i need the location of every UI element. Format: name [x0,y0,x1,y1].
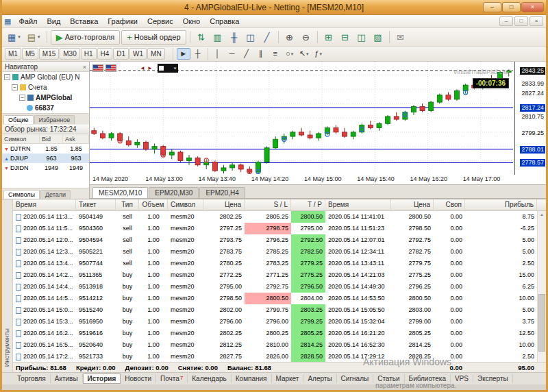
history-row[interactable]: 2020.05.14 16:2...9519616buy1.00mesm2028… [13,328,537,339]
zoom-in-button[interactable]: ⊕ [282,29,297,45]
history-row[interactable]: 2020.05.14 16:5...9520640buy1.00mesm2028… [13,339,537,351]
navigator-close-icon[interactable]: × [83,64,86,71]
channel-tool[interactable]: ∥ [254,48,268,60]
column-header[interactable]: Время [13,199,76,210]
menu-item[interactable]: Сервис [142,16,178,27]
market-watch-row[interactable]: ▼DJIDN19491949 [2,163,89,173]
fibonacci-tool[interactable]: ≡ [269,48,282,60]
timeframe-button-M1[interactable]: M1 [5,48,21,60]
shapes-tool[interactable]: ○▾ [283,48,297,60]
column-header[interactable]: Цена [391,199,434,210]
column-header[interactable]: Время [325,199,391,210]
chart-time-axis[interactable]: 14 May 202014 May 13:0014 May 13:4014 Ma… [90,175,546,185]
chart-tab[interactable]: EPM20,M30 [149,187,199,198]
indicators-button[interactable]: ƒ▾ [312,48,325,60]
market-watch-column-header[interactable]: Символ [2,134,40,143]
toolbox-tab[interactable]: Сигналы [337,374,374,383]
timeframe-button-M15[interactable]: M15 [39,48,59,60]
history-row[interactable]: 2020.05.14 15:0...9515240buy1.00mesm2028… [13,304,537,316]
trendline-tool[interactable]: ╱ [240,48,253,60]
profiles-button[interactable]: ▤▾ [25,29,43,45]
tile-windows-button[interactable]: ⊞ [321,29,336,45]
toolbox-tab[interactable]: Почта7 [156,374,188,383]
community-chat-button[interactable]: ✉ [393,29,408,45]
horizontal-line-tool[interactable]: ─ [225,48,239,60]
chart-tab[interactable]: EPM20,H4 [199,187,245,198]
history-row[interactable]: 2020.05.14 14:2...9511365buy1.00mesm2027… [13,269,537,281]
scroll-left-icon[interactable]: ◄ [140,65,145,71]
history-row[interactable]: 2020.05.14 14:5...9514212buy1.00mesm2027… [13,293,537,304]
mdi-close-button[interactable]: × [530,16,543,26]
timeframe-button-H4[interactable]: H4 [97,48,113,60]
toolbox-tab[interactable]: Компания [232,374,272,383]
new-chart-button[interactable]: ▦▾ [5,29,23,45]
scroll-up-icon[interactable]: ▲ [538,211,546,219]
column-header[interactable]: Своп [434,199,465,210]
vertical-line-tool[interactable]: │ [211,48,225,60]
menu-item[interactable]: Графики [103,16,142,27]
column-header[interactable]: S / L [245,199,291,210]
market-watch-column-header[interactable]: Bid [40,134,63,143]
arrows-tool[interactable]: ↖▾ [297,48,311,60]
market-watch-column-header[interactable]: Ask [63,134,89,143]
timeframe-button-W1[interactable]: W1 [129,48,147,60]
cursor-tool[interactable]: ► [177,48,190,60]
toolbox-tab[interactable]: Новости [121,374,156,383]
column-header[interactable]: Объем [139,199,168,210]
history-row[interactable]: 2020.05.14 11:3...9504149sell1.00mesm202… [13,211,537,223]
chart-candles-button[interactable]: ◫ [243,29,258,45]
panel-tab[interactable]: Общие [3,115,34,124]
history-row[interactable]: 2020.05.14 15:3...9516950buy1.00mesm2027… [13,316,537,328]
history-row[interactable]: 2020.05.14 13:4...9507744sell1.00mesm202… [13,258,537,269]
navigator-tree-item[interactable]: −AMPGlobal [2,93,89,103]
toolbox-tab[interactable]: Маркет [272,374,304,383]
chart-bars-button[interactable]: ╫ [227,29,242,45]
navigator-tree-item[interactable]: −AMP Global (EU) N [2,72,89,82]
chart-canvas[interactable] [90,62,513,174]
depth-of-market-button[interactable]: ⇅ [194,29,209,45]
timeframe-button-M5[interactable]: M5 [22,48,38,60]
history-row[interactable]: 2020.05.14 12:3...9505221sell1.00mesm202… [13,246,537,258]
column-header[interactable]: Цена [203,199,245,210]
trade-panel-minimized[interactable]: × [158,64,178,73]
crosshair-tool[interactable]: ┼ [191,48,205,60]
minimize-button[interactable]: – [483,2,501,12]
column-header[interactable]: Тип [116,199,139,210]
timeframe-button-MN[interactable]: MN [147,48,165,60]
restore-panel-icon[interactable] [159,66,164,71]
cascade-button[interactable]: ▧ [371,29,386,45]
chart-area[interactable]: 2843.252833.992827.242817.242810.752799.… [90,62,546,175]
tree-expand-icon[interactable]: − [4,74,10,80]
tree-expand-icon[interactable]: − [12,84,18,90]
toolbox-tab[interactable]: Активы [51,374,83,383]
menu-item[interactable]: Справка [205,16,244,27]
scroll-right-icon[interactable]: ► [147,65,153,71]
toolbox-tab[interactable]: Календарь [188,374,231,383]
toolbox-tab[interactable]: Торговля [13,374,51,383]
scrollbar-thumb[interactable] [538,294,545,352]
close-panel-icon[interactable]: × [173,66,177,71]
tree-expand-icon[interactable]: − [19,95,25,101]
tile-vertical-button[interactable]: ◫ [354,29,369,45]
timeframe-button-D1[interactable]: D1 [113,48,129,60]
market-watch-button[interactable]: ▥ [210,29,225,45]
history-row[interactable]: 2020.05.14 14:4...9513918buy1.00mesm2027… [13,281,537,293]
toolbox-tab[interactable]: История [83,373,121,384]
menu-item[interactable]: Вставка [65,16,103,27]
new-order-button[interactable]: +Новый ордер [121,30,186,45]
column-header[interactable]: Прибыль [465,199,537,210]
panel-tab[interactable]: Символы [3,190,40,199]
column-header[interactable]: Символ [168,199,203,210]
toolbox-side-strip[interactable]: Инструменты [2,199,13,372]
mdi-restore-button[interactable]: □ [514,16,528,26]
history-row[interactable]: 2020.05.14 17:2...9521733buy1.00mesm2028… [13,351,537,362]
panel-tab[interactable]: Детали [40,190,71,199]
timeframe-button-M30[interactable]: M30 [60,48,79,60]
chart-line-button[interactable]: ╱ [260,29,275,45]
market-watch-row[interactable]: ▼DJTRN1.851.85 [2,144,89,154]
toolbox-tab[interactable]: Алерты [303,374,336,383]
menu-item[interactable]: Вид [42,16,65,27]
price-scale[interactable]: 2843.252833.992827.242817.242810.752799.… [514,62,546,175]
title-bar[interactable]: 4 - AMPGlobalEU-Live - Netting - [MESM20… [2,0,546,15]
vertical-scrollbar[interactable]: ▲ [537,211,546,362]
